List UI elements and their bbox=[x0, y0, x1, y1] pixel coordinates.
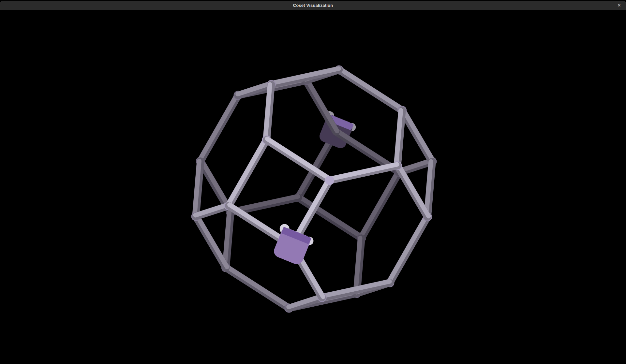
polyhedron-edge bbox=[339, 69, 403, 110]
title-bar[interactable]: Coset Visualization ✕ bbox=[0, 1, 626, 10]
polyhedron-edge bbox=[195, 161, 201, 216]
polyhedron-edge bbox=[306, 80, 337, 132]
polyhedron-edge bbox=[426, 161, 432, 217]
polyhedron-edge bbox=[360, 172, 399, 238]
polyhedron-edge bbox=[196, 216, 227, 268]
polyhedron-edge bbox=[329, 164, 397, 180]
polyhedron-edge bbox=[226, 267, 290, 308]
3d-viewport[interactable] bbox=[0, 10, 626, 364]
polyhedron-edge bbox=[199, 95, 238, 161]
window-title: Coset Visualization bbox=[293, 3, 333, 8]
polyhedron-edge bbox=[389, 216, 427, 283]
polyhedron-edge bbox=[397, 165, 429, 217]
polyhedron-edge bbox=[396, 110, 402, 166]
vertex-joint bbox=[325, 176, 334, 185]
wireframe-canvas[interactable] bbox=[0, 10, 626, 364]
polyhedron-edge bbox=[355, 238, 361, 294]
highlight-node-front[interactable] bbox=[269, 223, 316, 267]
polyhedron-edge bbox=[238, 83, 271, 95]
polyhedron-edge bbox=[402, 110, 433, 162]
close-button[interactable]: ✕ bbox=[614, 1, 624, 10]
polyhedron-edge bbox=[225, 212, 231, 268]
app-window: Coset Visualization ✕ bbox=[0, 0, 626, 364]
polyhedron-edge bbox=[289, 296, 322, 308]
polyhedron-edge bbox=[228, 139, 266, 206]
